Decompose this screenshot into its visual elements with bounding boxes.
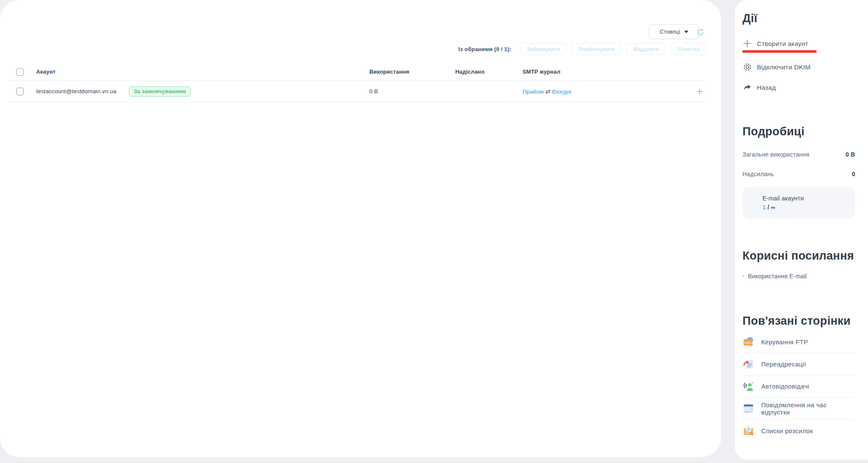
related-item-label: Керування FTP bbox=[761, 338, 808, 346]
forwarding-icon bbox=[742, 358, 754, 370]
back-action[interactable]: Назад bbox=[742, 83, 855, 92]
sendings-value: 0 bbox=[852, 171, 855, 177]
quota-value: 1 / ∞ bbox=[762, 204, 848, 211]
related-item-label: Переадресації bbox=[761, 360, 806, 368]
related-item-ftp[interactable]: FTP Керування FTP bbox=[742, 331, 855, 353]
related-item-vacation-message[interactable]: Повідомлення на час відпустки bbox=[742, 397, 855, 420]
plus-icon bbox=[742, 39, 752, 48]
expand-row-plus-icon[interactable]: + bbox=[697, 81, 703, 101]
related-item-mailing-lists[interactable]: Списки розсилок bbox=[742, 420, 855, 442]
default-badge: За замовчуванням bbox=[129, 86, 191, 97]
email-usage-link[interactable]: · Використання E-mail bbox=[742, 273, 855, 280]
column-header-account: Акаунт bbox=[36, 63, 56, 81]
column-header-smtp-log: SMTP журнал bbox=[523, 63, 560, 81]
details-section-title: Подробиці bbox=[742, 125, 855, 138]
gear-icon bbox=[742, 62, 752, 71]
table-row: testaccount@testdomain.vn.ua За замовчув… bbox=[9, 81, 706, 102]
chevron-down-icon bbox=[684, 31, 688, 33]
sendings-label: Надсилань bbox=[742, 171, 774, 177]
back-arrow-icon bbox=[742, 83, 752, 92]
refresh-icon[interactable] bbox=[696, 28, 705, 37]
total-usage-value: 0 B bbox=[845, 151, 855, 158]
unblock-button[interactable]: Розблокувати bbox=[572, 43, 621, 55]
mailing-list-icon bbox=[742, 425, 754, 437]
total-usage-label: Загальне використання bbox=[742, 151, 809, 158]
active-action-underline bbox=[742, 50, 817, 53]
column-header-usage: Використання bbox=[369, 63, 409, 81]
smtp-incoming-link[interactable]: Прийом bbox=[523, 89, 544, 95]
usage-value: 0 B bbox=[369, 81, 378, 102]
related-item-autoresponders[interactable]: Автовідповідачі bbox=[742, 375, 855, 397]
bulk-actions-bar: Із обраними (0 / 1): Заблокувати Розблок… bbox=[458, 43, 706, 55]
disable-dkim-action[interactable]: Відключити DKIM bbox=[742, 62, 855, 71]
delete-button[interactable]: Видалити bbox=[626, 43, 665, 55]
smtp-outgoing-link[interactable]: Вихідні bbox=[552, 89, 571, 95]
vacation-message-icon bbox=[742, 403, 754, 414]
table-header-row: Акаунт Використання Надіслано SMTP журна… bbox=[9, 63, 706, 81]
clear-button[interactable]: Очистка bbox=[671, 43, 706, 55]
actions-section-title: Дії bbox=[742, 12, 855, 25]
create-account-action[interactable]: Створити акаунт bbox=[742, 39, 855, 48]
autoresponder-icon bbox=[742, 380, 754, 392]
quota-separator: / bbox=[768, 204, 769, 211]
related-item-label: Автовідповідачі bbox=[761, 383, 809, 390]
sidebar: Дії Створити акаунт Відключити DKIM Наза… bbox=[735, 0, 868, 460]
columns-dropdown-label: Стовпці bbox=[660, 29, 680, 35]
sendings-row: Надсилань 0 bbox=[742, 171, 855, 177]
related-item-label: Списки розсилок bbox=[761, 427, 813, 434]
select-all-checkbox[interactable] bbox=[16, 68, 24, 76]
block-button[interactable]: Заблокувати bbox=[520, 43, 567, 55]
back-label: Назад bbox=[757, 84, 776, 91]
svg-text:FTP: FTP bbox=[745, 341, 750, 344]
email-usage-link-label: Використання E-mail bbox=[748, 273, 807, 280]
columns-dropdown-button[interactable]: Стовпці bbox=[649, 24, 699, 39]
email-accounts-panel: Стовпці Із обраними (0 / 1): Заблокувати… bbox=[0, 0, 721, 457]
related-pages-list: FTP Керування FTP Переадресації bbox=[742, 331, 855, 442]
related-item-forwarding[interactable]: Переадресації bbox=[742, 353, 855, 375]
exchange-arrows-icon: ⇄ bbox=[544, 88, 552, 95]
related-item-label: Повідомлення на час відпустки bbox=[761, 401, 855, 416]
quota-used-count: 1 bbox=[762, 204, 766, 211]
total-usage-row: Загальне використання 0 B bbox=[742, 151, 855, 158]
account-email: testaccount@testdomain.vn.ua bbox=[36, 81, 116, 102]
disable-dkim-label: Відключити DKIM bbox=[757, 63, 811, 71]
selected-count-label: Із обраними (0 / 1): bbox=[458, 46, 511, 52]
column-header-sent: Надіслано bbox=[455, 63, 485, 81]
email-accounts-quota-card: E-mail акаунти 1 / ∞ bbox=[742, 187, 855, 219]
ftp-icon: FTP bbox=[742, 336, 754, 348]
infinity-symbol: ∞ bbox=[771, 204, 775, 211]
useful-links-section-title: Корисні посилання bbox=[742, 249, 855, 263]
related-pages-section-title: Пов'язані сторінки bbox=[742, 314, 855, 328]
quota-label: E-mail акаунти bbox=[762, 195, 848, 202]
smtp-log-links: Прийом⇄Вихідні bbox=[523, 81, 571, 103]
row-checkbox[interactable] bbox=[16, 88, 24, 95]
bullet-dot: · bbox=[742, 273, 745, 280]
create-account-label: Створити акаунт bbox=[757, 40, 808, 47]
